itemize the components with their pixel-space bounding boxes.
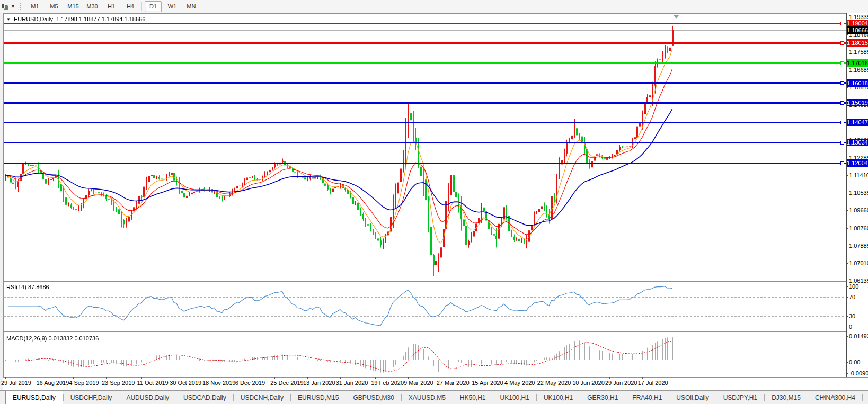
sr-level-line[interactable] xyxy=(4,122,846,123)
price-tick-mark xyxy=(846,246,848,246)
date-tick-mark xyxy=(542,377,542,379)
sr-level-handle[interactable] xyxy=(840,41,844,45)
timeframe-button-m1[interactable]: M1 xyxy=(26,1,43,12)
date-tick-mark xyxy=(476,377,476,379)
price-tick-mark xyxy=(846,87,848,88)
rsi-scale-label: 0 xyxy=(849,324,852,330)
date-tick-mark xyxy=(240,377,240,379)
timeframe-button-w1[interactable]: W1 xyxy=(164,1,181,12)
sr-level-line[interactable] xyxy=(4,142,846,143)
macd-scale-label: -0.009018 xyxy=(849,370,868,376)
date-tick-mark xyxy=(609,377,610,379)
rsi-tick-mark xyxy=(846,286,848,287)
sr-level-line[interactable] xyxy=(4,163,846,164)
date-tick-mark xyxy=(106,377,107,379)
date-label: 13 Jan 2020 xyxy=(303,380,335,386)
price-tick-label: 1.08760 xyxy=(849,225,868,231)
macd-tick-mark xyxy=(846,373,848,374)
rsi-canvas[interactable] xyxy=(4,282,846,331)
chart-tool-dropdown-caret[interactable]: ▼ xyxy=(11,4,15,9)
chart-tool-icon[interactable] xyxy=(0,2,10,11)
tab-item-ger30-h1[interactable]: GER30,H1 xyxy=(580,391,625,404)
sr-level-line[interactable] xyxy=(4,42,846,44)
timeframe-button-m30[interactable]: M30 xyxy=(84,1,101,12)
sr-level-handle[interactable] xyxy=(840,141,844,145)
sr-level-handle[interactable] xyxy=(840,101,844,105)
tab-item-usoil-daily[interactable]: USOil,Daily xyxy=(669,391,715,404)
rsi-tick-mark xyxy=(846,327,848,327)
sr-level-handle[interactable] xyxy=(840,61,844,65)
date-label: 6 Dec 2019 xyxy=(235,380,265,386)
price-tick-mark xyxy=(846,175,848,176)
timeframe-button-h1[interactable]: H1 xyxy=(103,1,120,12)
tab-item-usdchf-daily[interactable]: USDCHF,Daily xyxy=(64,391,119,404)
rsi-tick-mark xyxy=(846,297,848,298)
date-tick-mark xyxy=(207,377,207,379)
macd-canvas[interactable] xyxy=(4,333,846,376)
tab-item-eurusd-daily[interactable]: EURUSD,Daily xyxy=(5,391,63,404)
date-tick-mark xyxy=(441,377,441,379)
tab-item-usdcad-daily[interactable]: USDCAD,Daily xyxy=(176,391,233,404)
tab-separator xyxy=(862,394,863,401)
price-tick-label: 1.07010 xyxy=(849,260,868,266)
bar-close-value: 1.18666 xyxy=(125,16,146,22)
chart-tool-icon-glyph xyxy=(1,3,9,11)
macd-tick-mark xyxy=(846,362,848,363)
sr-level-handle[interactable] xyxy=(840,81,844,85)
tab-item-gbpusd-m30[interactable]: GBPUSD,M30 xyxy=(346,391,401,404)
date-label: 17 Jul 2020 xyxy=(638,380,668,386)
chart-title-collapse-icon[interactable]: ▼ xyxy=(6,17,11,22)
sr-level-line[interactable] xyxy=(4,23,846,24)
price-tick-mark xyxy=(846,70,848,70)
tab-item-dj30-m15[interactable]: DJ30,M15 xyxy=(765,391,808,404)
sr-level-price-label: 1.15019 xyxy=(847,99,868,106)
tab-scroll-right-icon[interactable]: ► xyxy=(831,393,837,399)
tab-item-hk50-h1[interactable]: HK50,H1 xyxy=(453,391,493,404)
timeframe-button-mn[interactable]: MN xyxy=(183,1,200,12)
rsi-scale-label: 100 xyxy=(849,283,858,290)
sr-level-price-label: 1.18015 xyxy=(847,39,868,47)
sr-level-line[interactable] xyxy=(4,102,846,104)
mt4-application-window: ▼ M1M5M15M30H1H4D1W1MN ▼EURUSD,Daily 1.1… xyxy=(0,0,868,404)
timeframe-button-d1[interactable]: D1 xyxy=(145,1,162,12)
price-tick-mark xyxy=(846,52,848,52)
timeframe-button-m15[interactable]: M15 xyxy=(65,1,82,12)
date-tick-mark xyxy=(174,377,174,379)
date-label: 22 May 2020 xyxy=(537,380,571,386)
tab-item-usdcnh-daily[interactable]: USDCNH,Daily xyxy=(234,391,290,404)
timeframe-button-h4[interactable]: H4 xyxy=(122,1,139,12)
tab-item-xauusd-m5[interactable]: XAUUSD,M5 xyxy=(402,391,453,404)
sr-level-line[interactable] xyxy=(4,82,846,84)
macd-scale-label: 0.00 xyxy=(849,359,860,365)
sr-level-price-label: 1.13034 xyxy=(847,139,868,146)
timeframe-button-m5[interactable]: M5 xyxy=(46,1,63,12)
tab-item-uk100-h1[interactable]: UK100,H1 xyxy=(537,391,580,404)
sr-level-line[interactable] xyxy=(4,62,846,64)
tab-item-uk100-h1[interactable]: UK100,H1 xyxy=(493,391,536,404)
date-label: 11 Oct 2019 xyxy=(137,380,169,386)
sr-level-handle[interactable] xyxy=(840,22,844,25)
tab-item-fra40-h1[interactable]: FRA40,H1 xyxy=(625,391,669,404)
date-label: 16 Aug 2019 xyxy=(37,380,69,386)
price-tick-mark xyxy=(846,228,848,229)
date-label: 18 Nov 2019 xyxy=(202,380,235,386)
tab-item-audusd-daily[interactable]: AUDUSD,Daily xyxy=(119,391,176,404)
tab-item-usdjpy-h1[interactable]: USDJPY,H1 xyxy=(716,391,764,404)
price-tick-label: 1.17585 xyxy=(849,49,868,55)
date-tick-mark xyxy=(274,377,275,379)
date-label: 23 Sep 2019 xyxy=(102,380,135,386)
bar-open-value: 1.17898 xyxy=(56,16,77,22)
date-label: 27 Mar 2020 xyxy=(437,380,470,386)
price-tick-mark xyxy=(846,210,848,211)
tab-scroll-left-icon[interactable]: ◄ xyxy=(821,393,826,399)
tab-item-eurusd-m15[interactable]: EURUSD,M15 xyxy=(291,391,346,404)
sr-level-handle[interactable] xyxy=(840,161,844,165)
price-tick-mark xyxy=(846,34,848,35)
date-label: 10 Jun 2020 xyxy=(572,380,605,386)
timeframe-toolbar: ▼ M1M5M15M30H1H4D1W1MN xyxy=(0,0,868,13)
sr-level-handle[interactable] xyxy=(840,121,844,124)
main-chart-canvas[interactable] xyxy=(4,14,846,281)
toolbar-drag-handle[interactable] xyxy=(20,2,22,11)
chart-shift-marker[interactable] xyxy=(674,15,679,19)
rsi-tick-mark xyxy=(846,316,848,317)
